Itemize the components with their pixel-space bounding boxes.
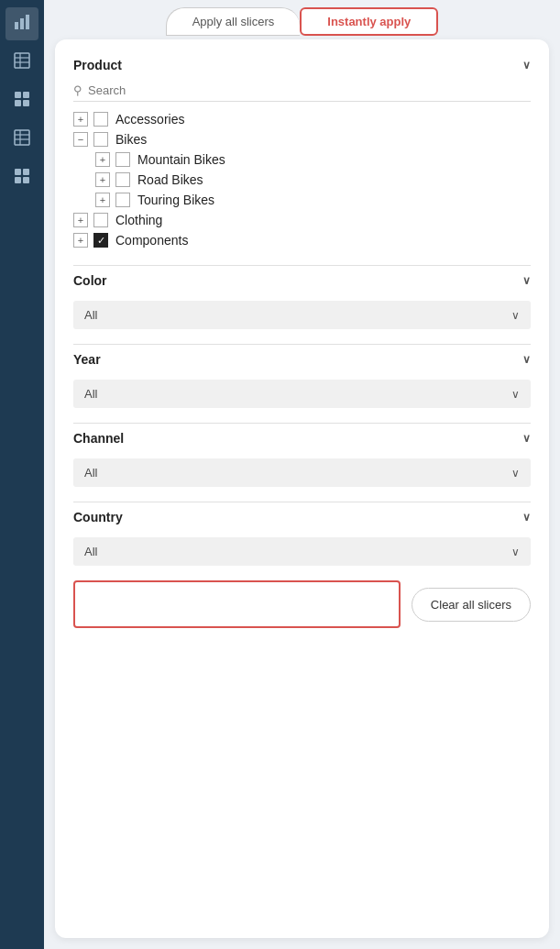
expand-bikes-btn[interactable]: −: [73, 132, 88, 147]
tree-item-touring-bikes[interactable]: + Touring Bikes: [73, 190, 531, 210]
tree-item-clothing[interactable]: + Clothing: [73, 210, 531, 230]
grid1-icon: [13, 90, 31, 112]
checkbox-components[interactable]: ✓: [93, 233, 108, 248]
color-section: Color ∨ All ∨: [73, 273, 531, 329]
grid2-icon: [13, 167, 31, 189]
country-dropdown-arrow-icon: ∨: [511, 546, 520, 558]
divider-color: [73, 265, 531, 266]
label-road-bikes: Road Bikes: [137, 172, 203, 187]
year-dropdown[interactable]: All ∨: [73, 380, 531, 408]
product-chevron-icon: ∨: [522, 59, 531, 72]
sidebar-item-grid1[interactable]: [5, 84, 38, 117]
channel-dropdown-arrow-icon: ∨: [511, 467, 520, 480]
expand-components-btn[interactable]: +: [73, 233, 88, 248]
product-section-header[interactable]: Product ∨: [73, 58, 531, 80]
svg-rect-10: [23, 100, 29, 106]
panel: Product ∨ ⚲ + Accessories − Bikes: [55, 39, 549, 938]
label-touring-bikes: Touring Bikes: [137, 193, 214, 207]
label-clothing: Clothing: [115, 213, 162, 227]
product-section: Product ∨ ⚲ + Accessories − Bikes: [73, 58, 531, 250]
country-section-header[interactable]: Country ∨: [73, 510, 531, 532]
channel-section: Channel ∨ All ∨: [73, 431, 531, 487]
table-icon: [13, 51, 31, 73]
divider-country: [73, 502, 531, 502]
checkbox-accessories[interactable]: [93, 112, 108, 127]
svg-rect-16: [23, 169, 29, 175]
svg-rect-8: [23, 92, 29, 98]
checkbox-road-bikes[interactable]: [115, 172, 130, 187]
clear-all-slicers-button[interactable]: Clear all slicers: [412, 588, 531, 622]
divider-year: [73, 344, 531, 345]
label-bikes: Bikes: [115, 132, 147, 147]
svg-rect-18: [23, 177, 29, 183]
tree-item-mountain-bikes[interactable]: + Mountain Bikes: [73, 149, 531, 170]
channel-dropdown[interactable]: All ∨: [73, 458, 531, 487]
channel-selected-value: All: [84, 466, 97, 480]
sidebar-item-table[interactable]: [5, 46, 38, 79]
tabs-bar: Apply all slicers Instantly apply: [44, 0, 560, 36]
tree-item-accessories[interactable]: + Accessories: [73, 109, 531, 129]
country-title: Country: [73, 510, 123, 524]
svg-rect-2: [26, 15, 29, 29]
year-chevron-icon: ∨: [522, 353, 531, 366]
svg-rect-1: [20, 18, 24, 29]
divider-channel: [73, 423, 531, 424]
color-title: Color: [73, 273, 107, 288]
year-dropdown-arrow-icon: ∨: [511, 388, 520, 401]
color-dropdown-arrow-icon: ∨: [511, 309, 520, 322]
color-chevron-icon: ∨: [522, 274, 531, 287]
country-selected-value: All: [84, 545, 97, 558]
channel-title: Channel: [73, 431, 124, 446]
apply-placeholder-box: [73, 580, 401, 628]
sidebar-item-table2[interactable]: [5, 123, 38, 156]
search-icon: ⚲: [73, 83, 82, 97]
color-selected-value: All: [84, 308, 97, 322]
bar-chart-icon: [13, 13, 31, 35]
channel-chevron-icon: ∨: [522, 432, 531, 445]
svg-rect-0: [15, 22, 18, 29]
checkbox-bikes[interactable]: [93, 132, 108, 147]
sidebar-item-barchart[interactable]: [5, 7, 38, 40]
main-content: Apply all slicers Instantly apply Produc…: [44, 0, 560, 949]
sidebar-item-grid2[interactable]: [5, 161, 38, 194]
tree-item-components[interactable]: + ✓ Components: [73, 230, 531, 250]
label-accessories: Accessories: [115, 112, 184, 127]
tab-instantly-apply[interactable]: Instantly apply: [300, 7, 438, 36]
color-section-header[interactable]: Color ∨: [73, 273, 531, 295]
sidebar: [0, 0, 44, 949]
expand-touring-bikes-btn[interactable]: +: [95, 193, 110, 207]
svg-rect-9: [15, 100, 21, 106]
tree-item-bikes[interactable]: − Bikes: [73, 129, 531, 149]
svg-rect-11: [15, 130, 29, 145]
expand-accessories-btn[interactable]: +: [73, 112, 88, 127]
table2-icon: [13, 128, 31, 150]
svg-rect-17: [15, 177, 21, 183]
svg-rect-7: [15, 92, 21, 98]
year-section: Year ∨ All ∨: [73, 352, 531, 408]
checkbox-mountain-bikes[interactable]: [115, 152, 130, 167]
checkbox-clothing[interactable]: [93, 213, 108, 227]
year-title: Year: [73, 352, 101, 367]
bottom-bar: Clear all slicers: [73, 580, 531, 628]
country-chevron-icon: ∨: [522, 511, 531, 524]
year-selected-value: All: [84, 387, 97, 401]
expand-mountain-bikes-btn[interactable]: +: [95, 152, 110, 167]
svg-rect-3: [15, 53, 29, 68]
color-dropdown[interactable]: All ∨: [73, 301, 531, 329]
label-mountain-bikes: Mountain Bikes: [137, 152, 225, 167]
product-search-box: ⚲: [73, 80, 531, 102]
expand-road-bikes-btn[interactable]: +: [95, 172, 110, 187]
product-title: Product: [73, 58, 122, 72]
svg-rect-15: [15, 169, 21, 175]
label-components: Components: [115, 233, 188, 248]
tree-item-road-bikes[interactable]: + Road Bikes: [73, 170, 531, 190]
channel-section-header[interactable]: Channel ∨: [73, 431, 531, 453]
checkbox-touring-bikes[interactable]: [115, 193, 130, 207]
tab-apply-all-slicers[interactable]: Apply all slicers: [166, 7, 301, 36]
country-dropdown[interactable]: All ∨: [73, 537, 531, 566]
year-section-header[interactable]: Year ∨: [73, 352, 531, 374]
country-section: Country ∨ All ∨: [73, 510, 531, 566]
product-search-input[interactable]: [88, 83, 531, 97]
expand-clothing-btn[interactable]: +: [73, 213, 88, 227]
